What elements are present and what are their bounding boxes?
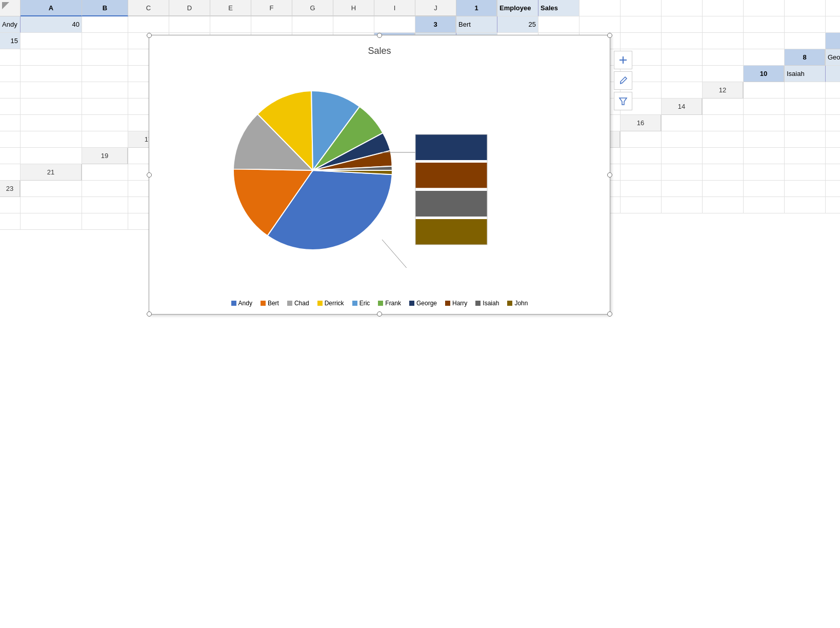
cell-B25[interactable] (21, 197, 82, 213)
cell-J7[interactable] (744, 49, 785, 66)
cell-C27[interactable] (21, 213, 82, 230)
cell-H12[interactable] (82, 99, 128, 115)
cell-A18[interactable] (621, 131, 662, 148)
cell-E26[interactable] (621, 197, 662, 213)
col-header-H[interactable]: H (333, 0, 374, 16)
cell-G20[interactable] (826, 148, 840, 164)
cell-C3[interactable] (538, 16, 579, 33)
cell-E6[interactable] (82, 49, 128, 66)
cell-I3[interactable] (785, 16, 826, 33)
cell-B1[interactable]: Sales (538, 0, 579, 16)
cell-F8[interactable] (82, 66, 128, 82)
cell-A1[interactable]: Employee (497, 0, 538, 16)
cell-H7[interactable] (662, 49, 703, 66)
cell-B2[interactable]: 40 (21, 16, 82, 33)
cell-B10[interactable]: 2 (826, 66, 840, 82)
chart-add-button[interactable] (614, 51, 632, 69)
cell-A14[interactable] (703, 99, 744, 115)
col-header-B[interactable]: B (82, 0, 128, 16)
cell-C2[interactable] (82, 16, 128, 33)
cell-G3[interactable] (703, 16, 744, 33)
cell-D22[interactable] (662, 164, 703, 181)
cell-H14[interactable] (21, 115, 82, 131)
cell-J16[interactable] (82, 131, 128, 148)
cell-I5[interactable] (744, 33, 785, 49)
cell-J5[interactable] (785, 33, 826, 49)
cell-H5[interactable] (703, 33, 744, 49)
cell-C25[interactable] (82, 197, 128, 213)
cell-F3[interactable] (662, 16, 703, 33)
col-header-J[interactable]: J (415, 0, 456, 16)
cell-B14[interactable] (744, 99, 785, 115)
cell-A2[interactable]: Andy (0, 16, 21, 33)
col-header-I[interactable]: I (374, 0, 415, 16)
cell-J9[interactable] (703, 66, 744, 82)
cell-E1[interactable] (662, 0, 703, 16)
cell-F5[interactable] (621, 33, 662, 49)
col-header-D[interactable]: D (169, 0, 210, 16)
row-header-16[interactable]: 16 (621, 115, 662, 131)
cell-C4[interactable] (21, 33, 82, 49)
cell-A10[interactable]: Isaiah (785, 66, 826, 82)
chart-style-button[interactable] (614, 71, 632, 90)
cell-D20[interactable] (703, 148, 744, 164)
chart-filter-button[interactable] (614, 92, 632, 110)
cell-H1[interactable] (785, 0, 826, 16)
cell-A3[interactable]: Bert (456, 16, 497, 33)
cell-A12[interactable] (744, 82, 785, 99)
cell-F24[interactable] (703, 181, 744, 197)
cell-C18[interactable] (703, 131, 744, 148)
cell-C20[interactable] (662, 148, 703, 164)
cell-J18[interactable] (21, 148, 82, 164)
cell-E22[interactable] (703, 164, 744, 181)
cell-C12[interactable] (826, 82, 840, 99)
row-header-6[interactable]: 6 (826, 33, 840, 49)
cell-D1[interactable] (621, 0, 662, 16)
cell-B23[interactable] (82, 181, 128, 197)
cell-I14[interactable] (82, 115, 128, 131)
cell-D3[interactable] (579, 16, 621, 33)
cell-F22[interactable] (744, 164, 785, 181)
cell-G2[interactable] (251, 16, 292, 33)
cell-H26[interactable] (744, 197, 785, 213)
cell-J11[interactable] (662, 82, 703, 99)
cell-B12[interactable] (785, 82, 826, 99)
cell-B18[interactable] (662, 131, 703, 148)
cell-D4[interactable] (82, 33, 128, 49)
cell-G22[interactable] (785, 164, 826, 181)
row-header-23[interactable]: 23 (0, 181, 21, 197)
row-header-10[interactable]: 10 (744, 66, 785, 82)
cell-D14[interactable] (826, 99, 840, 115)
cell-H2[interactable] (292, 16, 333, 33)
col-header-E[interactable]: E (210, 0, 251, 16)
cell-F2[interactable] (210, 16, 251, 33)
cell-C1[interactable] (579, 0, 621, 16)
select-all-triangle[interactable] (0, 0, 15, 15)
cell-F18[interactable] (826, 131, 840, 148)
cell-C16[interactable] (744, 115, 785, 131)
cell-G14[interactable] (0, 115, 21, 131)
cell-G24[interactable] (744, 181, 785, 197)
cell-B4[interactable]: 15 (0, 33, 21, 49)
cell-A16[interactable] (662, 115, 703, 131)
cell-H24[interactable] (785, 181, 826, 197)
col-header-C[interactable]: C (128, 0, 169, 16)
cell-I18[interactable] (0, 148, 21, 164)
cell-I16[interactable] (21, 131, 82, 148)
cell-A8[interactable]: George (826, 49, 840, 66)
cell-G26[interactable] (703, 197, 744, 213)
cell-E8[interactable] (21, 66, 82, 82)
cell-D24[interactable] (621, 181, 662, 197)
cell-E16[interactable] (826, 115, 840, 131)
row-header-3[interactable]: 3 (415, 16, 456, 33)
cell-I7[interactable] (703, 49, 744, 66)
row-header-1[interactable]: 1 (456, 0, 497, 16)
cell-G1[interactable] (744, 0, 785, 16)
cell-H16[interactable] (0, 131, 21, 148)
cell-D6[interactable] (21, 49, 82, 66)
cell-F26[interactable] (662, 197, 703, 213)
row-header-14[interactable]: 14 (662, 99, 703, 115)
cell-E3[interactable] (621, 16, 662, 33)
cell-I26[interactable] (785, 197, 826, 213)
row-header-21[interactable]: 21 (21, 164, 82, 181)
